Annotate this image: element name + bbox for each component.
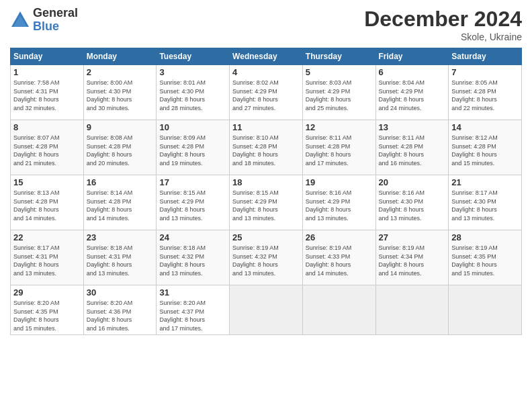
- table-row: 14Sunrise: 8:12 AM Sunset: 4:28 PM Dayli…: [449, 120, 522, 175]
- subtitle: Skole, Ukraine: [364, 32, 522, 42]
- table-row: 4Sunrise: 8:02 AM Sunset: 4:29 PM Daylig…: [230, 65, 303, 120]
- logo-icon: [10, 10, 30, 30]
- table-row: [230, 285, 303, 335]
- table-row: 10Sunrise: 8:09 AM Sunset: 4:28 PM Dayli…: [157, 120, 230, 175]
- calendar-table: Sunday Monday Tuesday Wednesday Thursday…: [10, 48, 522, 335]
- table-row: 15Sunrise: 8:13 AM Sunset: 4:28 PM Dayli…: [11, 175, 84, 230]
- table-row: [449, 285, 522, 335]
- table-row: 17Sunrise: 8:15 AM Sunset: 4:29 PM Dayli…: [157, 175, 230, 230]
- header-row: Sunday Monday Tuesday Wednesday Thursday…: [11, 48, 522, 65]
- header: General Blue December 2024 Skole, Ukrain…: [10, 7, 522, 42]
- table-row: 28Sunrise: 8:19 AM Sunset: 4:35 PM Dayli…: [449, 230, 522, 285]
- table-row: 11Sunrise: 8:10 AM Sunset: 4:28 PM Dayli…: [230, 120, 303, 175]
- col-tuesday: Tuesday: [157, 48, 230, 65]
- table-row: 12Sunrise: 8:11 AM Sunset: 4:28 PM Dayli…: [302, 120, 375, 175]
- logo-blue-text: Blue: [33, 20, 78, 34]
- logo-text: General Blue: [33, 7, 78, 34]
- table-row: 31Sunrise: 8:20 AM Sunset: 4:37 PM Dayli…: [157, 285, 230, 335]
- table-row: [375, 285, 449, 335]
- col-friday: Friday: [375, 48, 449, 65]
- table-row: 25Sunrise: 8:19 AM Sunset: 4:32 PM Dayli…: [230, 230, 303, 285]
- table-row: 19Sunrise: 8:16 AM Sunset: 4:29 PM Dayli…: [302, 175, 375, 230]
- logo: General Blue: [10, 7, 78, 34]
- col-monday: Monday: [83, 48, 157, 65]
- table-row: 22Sunrise: 8:17 AM Sunset: 4:31 PM Dayli…: [11, 230, 84, 285]
- table-row: 7Sunrise: 8:05 AM Sunset: 4:28 PM Daylig…: [449, 65, 522, 120]
- table-row: 3Sunrise: 8:01 AM Sunset: 4:30 PM Daylig…: [157, 65, 230, 120]
- month-title: December 2024: [364, 7, 522, 32]
- table-row: [302, 285, 375, 335]
- table-row: 18Sunrise: 8:15 AM Sunset: 4:29 PM Dayli…: [230, 175, 303, 230]
- table-row: 20Sunrise: 8:16 AM Sunset: 4:30 PM Dayli…: [375, 175, 449, 230]
- table-row: 21Sunrise: 8:17 AM Sunset: 4:30 PM Dayli…: [449, 175, 522, 230]
- table-row: 2Sunrise: 8:00 AM Sunset: 4:30 PM Daylig…: [83, 65, 157, 120]
- page-container: General Blue December 2024 Skole, Ukrain…: [0, 0, 532, 342]
- table-row: 9Sunrise: 8:08 AM Sunset: 4:28 PM Daylig…: [83, 120, 157, 175]
- table-row: 5Sunrise: 8:03 AM Sunset: 4:29 PM Daylig…: [302, 65, 375, 120]
- logo-general-text: General: [33, 7, 78, 20]
- table-row: 27Sunrise: 8:19 AM Sunset: 4:34 PM Dayli…: [375, 230, 449, 285]
- table-row: 8Sunrise: 8:07 AM Sunset: 4:28 PM Daylig…: [11, 120, 84, 175]
- table-row: 30Sunrise: 8:20 AM Sunset: 4:36 PM Dayli…: [83, 285, 157, 335]
- table-row: 13Sunrise: 8:11 AM Sunset: 4:28 PM Dayli…: [375, 120, 449, 175]
- col-thursday: Thursday: [302, 48, 375, 65]
- col-saturday: Saturday: [449, 48, 522, 65]
- table-row: 24Sunrise: 8:18 AM Sunset: 4:32 PM Dayli…: [157, 230, 230, 285]
- table-row: 26Sunrise: 8:19 AM Sunset: 4:33 PM Dayli…: [302, 230, 375, 285]
- table-row: 6Sunrise: 8:04 AM Sunset: 4:29 PM Daylig…: [375, 65, 449, 120]
- col-wednesday: Wednesday: [230, 48, 303, 65]
- table-row: 1Sunrise: 7:58 AM Sunset: 4:31 PM Daylig…: [11, 65, 84, 120]
- table-row: 16Sunrise: 8:14 AM Sunset: 4:28 PM Dayli…: [83, 175, 157, 230]
- table-row: 29Sunrise: 8:20 AM Sunset: 4:35 PM Dayli…: [11, 285, 84, 335]
- col-sunday: Sunday: [11, 48, 84, 65]
- table-row: 23Sunrise: 8:18 AM Sunset: 4:31 PM Dayli…: [83, 230, 157, 285]
- title-block: December 2024 Skole, Ukraine: [364, 7, 522, 42]
